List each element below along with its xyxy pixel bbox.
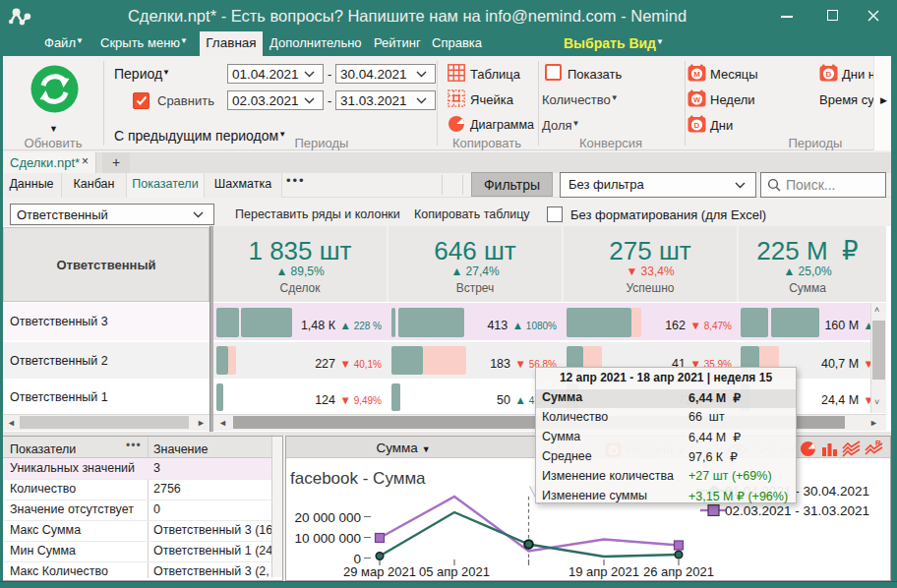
svg-text:D: D: [694, 121, 700, 130]
svg-text:D: D: [826, 70, 832, 79]
svg-text:R: R: [875, 439, 881, 447]
svg-text:W: W: [693, 95, 700, 104]
svg-text:M: M: [693, 70, 700, 79]
